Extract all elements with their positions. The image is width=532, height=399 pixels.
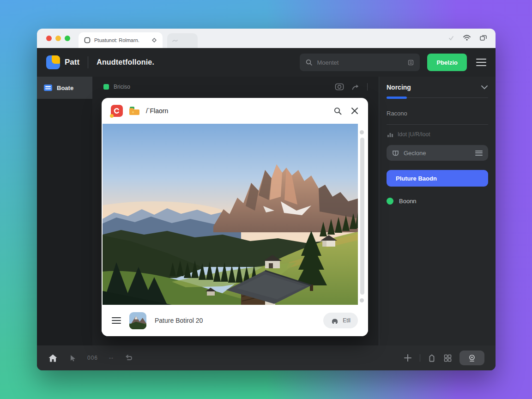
panel-primary-button[interactable]: Pluture Baodn [387, 170, 488, 187]
modal-search-icon[interactable] [333, 107, 342, 115]
mask-icon [392, 150, 399, 156]
restore-window-icon[interactable] [479, 34, 487, 41]
panel-subtitle: Racono [387, 110, 488, 117]
online-status-label: Boonn [399, 198, 417, 205]
photo-title: Pature Botirol 20 [155, 317, 315, 324]
share-icon[interactable] [351, 83, 360, 91]
active-tab-indicator [387, 97, 407, 99]
photo-thumbnail[interactable] [129, 312, 146, 329]
sidebar-item-label: Boate [57, 85, 73, 91]
search-input[interactable] [317, 59, 403, 66]
home-icon[interactable] [48, 354, 58, 363]
photo-action-label: Etll [343, 317, 351, 324]
search-icon [305, 59, 313, 66]
search-bar[interactable] [300, 54, 420, 71]
app-header: Patt Anudtetfollonie. Pbelzio [37, 48, 496, 77]
select-field[interactable]: Geclone [387, 145, 488, 161]
brand-name: Patt [65, 58, 79, 67]
close-window-button[interactable] [46, 36, 52, 41]
app-root: Patt Anudtetfollonie. Pbelzio [37, 48, 496, 370]
content-topbar: Briciso [92, 77, 379, 97]
image-viewer-modal: /`Flaorn [102, 98, 368, 336]
status-square [103, 84, 109, 90]
cursor-icon[interactable] [69, 354, 76, 362]
wifi-icon[interactable] [463, 34, 471, 41]
app-logo[interactable] [46, 55, 60, 69]
stat-label: Idot |U/R/Ioot [398, 131, 430, 138]
list-menu-icon[interactable] [112, 317, 121, 324]
primary-action-button[interactable]: Pbelzio [427, 54, 467, 71]
browser-chrome: Ptuatunot: Rolmarn. [37, 29, 496, 48]
modal-header: /`Flaorn [102, 98, 368, 124]
panel-header: Norcing [387, 77, 488, 98]
chevron-down-icon[interactable] [481, 85, 488, 90]
app-window: Ptuatunot: Rolmarn. [37, 29, 496, 370]
tab-favicon-icon [84, 37, 91, 43]
status-row: Boonn [387, 198, 488, 205]
plus-icon[interactable] [403, 353, 412, 363]
left-sidebar: Boate [37, 77, 92, 345]
car-icon [331, 317, 339, 324]
scrollbar-bottom-dot[interactable] [360, 298, 364, 302]
tab-title: Ptuatunot: Rolmarn. [94, 37, 148, 43]
chrome-controls [448, 34, 487, 41]
undo-icon[interactable] [125, 354, 133, 362]
panel-divider [387, 124, 488, 125]
toolbar-divider [420, 354, 420, 362]
online-status-dot [387, 198, 393, 205]
minimize-window-button[interactable] [55, 36, 61, 41]
bar-chart-icon [387, 131, 394, 138]
shield-icon[interactable] [151, 37, 157, 43]
bottom-toolbar: 006 -- [37, 345, 496, 370]
menu-icon[interactable] [476, 59, 486, 66]
mountain-photo[interactable] [103, 124, 358, 305]
close-icon[interactable] [351, 107, 359, 115]
archive-icon [43, 84, 53, 92]
main-content: Briciso [92, 77, 379, 345]
folder-icon[interactable] [128, 106, 140, 116]
app-red-icon[interactable] [111, 105, 123, 117]
right-panel: Norcing Racono Idot |U/R/Ioot [379, 77, 496, 345]
modal-footer: Pature Botirol 20 Etll [102, 305, 368, 336]
options-icon[interactable] [475, 151, 483, 156]
app-body: Boate Briciso [37, 77, 496, 345]
breadcrumb-path: /`Flaorn [146, 107, 328, 115]
panel-title: Norcing [387, 84, 411, 91]
scrollbar-top-dot[interactable] [360, 130, 364, 134]
filter-icon[interactable] [407, 59, 414, 66]
desktop-background: { "browser": { "tab_title": "Ptuatunot: … [0, 0, 532, 399]
scrollbar-thumb[interactable] [360, 138, 364, 295]
grid-icon[interactable] [443, 354, 452, 363]
inactive-tab[interactable] [167, 33, 198, 48]
header-divider [88, 56, 88, 68]
traffic-lights [46, 36, 70, 41]
sidebar-item-boate[interactable]: Boate [37, 77, 92, 99]
browser-tab[interactable]: Ptuatunot: Rolmarn. [79, 32, 163, 48]
webcam-button[interactable] [459, 351, 484, 365]
counter-label: 006 [87, 355, 98, 361]
photo-action-button[interactable]: Etll [323, 313, 358, 328]
zoom-window-button[interactable] [65, 36, 70, 41]
topbar-divider [367, 83, 368, 91]
check-icon [448, 35, 454, 41]
stat-row: Idot |U/R/Ioot [387, 131, 488, 138]
bag-icon[interactable] [428, 354, 436, 363]
webcam-icon [468, 354, 476, 362]
page-title: Anudtetfollonie. [97, 58, 154, 66]
camera-icon[interactable] [335, 83, 344, 91]
dash-label: -- [109, 355, 114, 361]
select-value: Geclone [404, 150, 471, 157]
status-label: Briciso [114, 84, 130, 90]
